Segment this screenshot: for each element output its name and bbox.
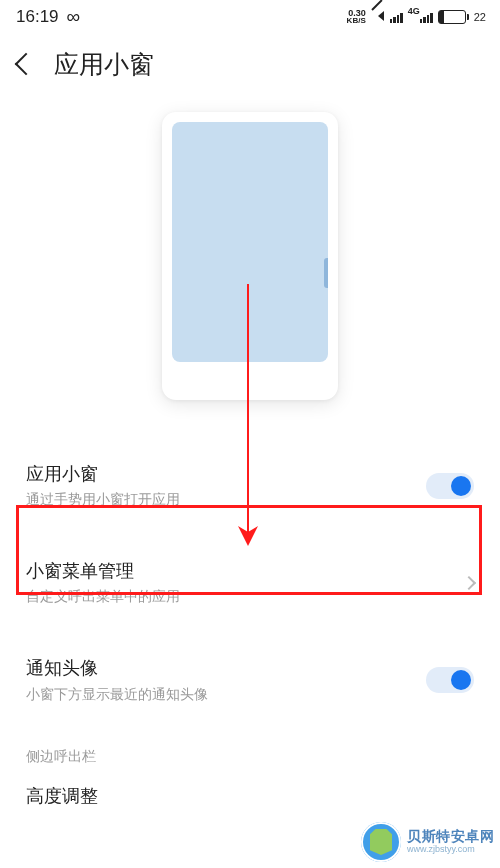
status-bar: 16:19 ∞ 0.30 KB/S 4G 22 bbox=[0, 0, 500, 34]
infinity-icon: ∞ bbox=[67, 6, 81, 28]
battery-level: 22 bbox=[474, 11, 486, 23]
network-speed: 0.30 KB/S bbox=[347, 9, 366, 25]
section-label: 侧边呼出栏 bbox=[0, 720, 500, 776]
phone-screen bbox=[172, 122, 328, 362]
watermark-title: 贝斯特安卓网 bbox=[407, 829, 494, 844]
watermark: 贝斯特安卓网 www.zjbstyy.com bbox=[361, 822, 494, 862]
row-notification-avatar[interactable]: 通知头像 小窗下方显示最近的通知头像 bbox=[0, 642, 500, 719]
row-title: 应用小窗 bbox=[26, 462, 426, 487]
row-height-adjust[interactable]: 高度调整 bbox=[0, 776, 500, 825]
page-title: 应用小窗 bbox=[54, 48, 154, 81]
toggle-notification-avatar[interactable] bbox=[426, 667, 474, 693]
row-title: 高度调整 bbox=[26, 784, 474, 809]
page-header: 应用小窗 bbox=[0, 34, 500, 94]
watermark-url: www.zjbstyy.com bbox=[407, 845, 494, 855]
back-icon[interactable] bbox=[15, 53, 38, 76]
status-time: 16:19 bbox=[16, 7, 59, 27]
battery-icon bbox=[438, 10, 469, 24]
row-subtitle: 小窗下方显示最近的通知头像 bbox=[26, 686, 426, 704]
row-title: 小窗菜单管理 bbox=[26, 559, 464, 584]
signal-icon-2 bbox=[420, 11, 433, 23]
signal-icon-1 bbox=[390, 11, 403, 23]
chevron-right-icon bbox=[462, 576, 476, 590]
network-type: 4G bbox=[408, 6, 420, 16]
phone-mockup bbox=[162, 112, 338, 400]
row-app-small-window[interactable]: 应用小窗 通过手势用小窗打开应用 bbox=[0, 448, 500, 525]
row-title: 通知头像 bbox=[26, 656, 426, 681]
side-tab-indicator bbox=[324, 258, 328, 288]
watermark-logo-icon bbox=[361, 822, 401, 862]
preview-area bbox=[0, 112, 500, 400]
toggle-app-small-window[interactable] bbox=[426, 473, 474, 499]
mute-icon bbox=[371, 10, 385, 24]
row-menu-management[interactable]: 小窗菜单管理 自定义呼出菜单中的应用 bbox=[0, 545, 500, 622]
row-subtitle: 通过手势用小窗打开应用 bbox=[26, 491, 426, 509]
settings-list: 应用小窗 通过手势用小窗打开应用 小窗菜单管理 自定义呼出菜单中的应用 通知头像… bbox=[0, 448, 500, 825]
row-subtitle: 自定义呼出菜单中的应用 bbox=[26, 588, 464, 606]
